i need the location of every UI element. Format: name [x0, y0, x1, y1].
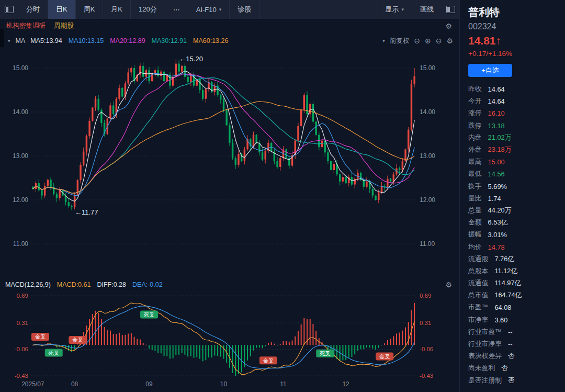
info-row: 振幅3.01%	[468, 229, 561, 241]
chevron-down-icon: ▾	[401, 7, 404, 12]
info-label: 振幅	[468, 230, 482, 239]
info-label: 内盘	[468, 133, 482, 142]
info-value: 44.20万	[488, 206, 512, 215]
zoom-in-icon[interactable]: ⊕	[425, 37, 431, 44]
macd-values: MACD(12,26,9)MACD:0.61DIFF:0.28DEA:-0.02	[5, 281, 163, 288]
x-axis-month-label: 09	[145, 380, 152, 388]
info-row: 金额6.53亿	[468, 217, 561, 229]
collapsed-sidebar-handle[interactable]	[0, 29, 4, 47]
toolbar-button-diagnose[interactable]: 诊股	[230, 0, 259, 19]
chart-column: 分时日K周K月K120分⋯AI-F10▾诊股 显示▾画线 机构密集调研周期股 ⚙…	[0, 0, 459, 392]
info-value: 否	[501, 364, 508, 373]
info-value: 16.10	[488, 109, 505, 117]
macd-value-1: MACD:0.61	[57, 281, 91, 288]
main-candlestick-chart[interactable]: 15.0015.0014.0014.0013.0013.0012.0012.00…	[0, 49, 459, 277]
macd-chart[interactable]: 0.690.690.310.31-0.06-0.06-0.43-0.43金叉死叉…	[0, 292, 459, 378]
golden-cross-badge: 金叉	[69, 336, 86, 344]
golden-cross-badge: 金叉	[31, 333, 49, 341]
macd-lines	[33, 303, 414, 375]
death-cross-badge: 死叉	[316, 350, 334, 357]
toolbar-button-daily-k[interactable]: 日K	[48, 0, 76, 19]
svg-text:11.00: 11.00	[13, 240, 28, 248]
chevron-down-icon[interactable]: ▾	[382, 38, 385, 43]
info-label: 昨收	[468, 85, 482, 94]
chevron-down-icon[interactable]: ▾	[8, 38, 10, 43]
info-row: 最低14.56	[468, 168, 561, 180]
info-label: 跌停	[468, 121, 482, 130]
ma-values: MA5:13.94MA10:13.15MA20:12.89MA30:12.91M…	[30, 37, 228, 44]
info-value: --	[508, 328, 513, 336]
settings-icon[interactable]: ⚙	[445, 23, 452, 30]
info-value: --	[508, 340, 513, 348]
ma-title: MA	[16, 37, 26, 44]
toolbar-button-more[interactable]: ⋯	[165, 0, 188, 19]
panel-toggle-right[interactable]	[442, 0, 459, 19]
svg-text:11.00: 11.00	[420, 240, 435, 248]
info-row: 表决权差异否	[468, 350, 561, 362]
info-label: 外盘	[468, 145, 482, 154]
add-watchlist-button[interactable]: +自选	[468, 64, 512, 77]
ma-value-0: MA5:13.94	[30, 37, 62, 44]
ma-value-3: MA30:12.91	[152, 37, 187, 44]
toolbar-button-ai-f10[interactable]: AI-F10▾	[188, 0, 230, 19]
toolbar-button-minute[interactable]: 分时	[18, 0, 48, 19]
info-row: 总股本11.12亿	[468, 265, 561, 277]
svg-text:-0.06: -0.06	[15, 346, 28, 353]
svg-text:-0.43: -0.43	[15, 373, 28, 378]
toolbar-button-monthly-k[interactable]: 月K	[103, 0, 131, 19]
panel-toggle-left[interactable]	[0, 0, 18, 19]
toolbar: 分时日K周K月K120分⋯AI-F10▾诊股 显示▾画线	[0, 0, 459, 19]
toolbar-button-display[interactable]: 显示▾	[377, 0, 412, 19]
info-label: 流通股	[468, 255, 488, 264]
svg-text:死叉: 死叉	[320, 351, 331, 357]
info-value: 否	[508, 376, 515, 385]
golden-cross-badge: 金叉	[376, 353, 393, 361]
info-row: 行业市净率--	[468, 338, 561, 350]
ma-value-1: MA10:13.15	[69, 37, 104, 44]
info-label: 最高	[468, 158, 482, 166]
macd-value-3: DEA:-0.02	[132, 281, 163, 288]
info-label: 行业市盈™	[468, 328, 502, 337]
toolbar-left-group: 分时日K周K月K120分⋯AI-F10▾诊股	[18, 0, 259, 19]
info-row: 流通股7.76亿	[468, 253, 561, 265]
collapse-circle-icon[interactable]: ⊖	[414, 37, 420, 44]
price-annotations: ←15.20←11.77	[75, 55, 203, 216]
ma-value-2: MA20:12.89	[110, 37, 145, 44]
toolbar-button-120-min[interactable]: 120分	[131, 0, 165, 19]
svg-text:13.00: 13.00	[13, 152, 28, 160]
info-label: 市净率	[468, 316, 488, 324]
info-row: 尚未盈利否	[468, 362, 561, 374]
stock-info-panel: 普利特 002324 14.81↑ +0.17/+1.16% +自选 昨收14.…	[459, 0, 565, 392]
info-label: 最低	[468, 170, 482, 178]
candles	[32, 59, 415, 210]
info-value: 14.78	[488, 243, 505, 251]
info-row: 涨停16.10	[468, 107, 561, 119]
svg-text:-0.43: -0.43	[420, 373, 433, 378]
sidebar-toggle-icon	[5, 6, 14, 13]
toolbar-button-weekly-k[interactable]: 周K	[76, 0, 104, 19]
toolbar-button-draw-line[interactable]: 画线	[412, 0, 442, 19]
toolbar-button-label: 诊股	[238, 5, 251, 14]
info-row: 今开14.64	[468, 95, 561, 107]
settings-icon[interactable]: ⚙	[446, 37, 453, 44]
svg-text:0.31: 0.31	[17, 320, 28, 326]
adjust-mode-selector[interactable]: 前复权	[390, 37, 410, 46]
svg-text:13.00: 13.00	[420, 152, 435, 160]
tag-institution-research[interactable]: 机构密集调研	[6, 21, 46, 30]
info-row: 最高15.00	[468, 156, 561, 168]
svg-text:金叉: 金叉	[263, 357, 274, 364]
settings-icon[interactable]: ⚙	[445, 281, 452, 288]
macd-value-2: DIFF:0.28	[97, 281, 126, 288]
info-label: 行业市净率	[468, 340, 502, 349]
tag-cyclical-stock[interactable]: 周期股	[54, 21, 74, 30]
x-axis-month-label: 2025/07	[21, 380, 44, 388]
zoom-out-icon[interactable]: ⊖	[436, 37, 442, 44]
svg-text:12.00: 12.00	[420, 196, 435, 204]
macd-indicator-header: MACD(12,26,9)MACD:0.61DIFF:0.28DEA:-0.02…	[0, 277, 459, 292]
svg-text:死叉: 死叉	[48, 350, 60, 356]
svg-text:0.69: 0.69	[420, 293, 431, 299]
info-value: 14.64	[488, 85, 505, 93]
svg-text:←11.77: ←11.77	[75, 208, 98, 216]
toolbar-button-label: 周K	[84, 5, 95, 14]
ma-indicator-header: ▾ MA MA5:13.94MA10:13.15MA20:12.89MA30:1…	[0, 32, 459, 49]
